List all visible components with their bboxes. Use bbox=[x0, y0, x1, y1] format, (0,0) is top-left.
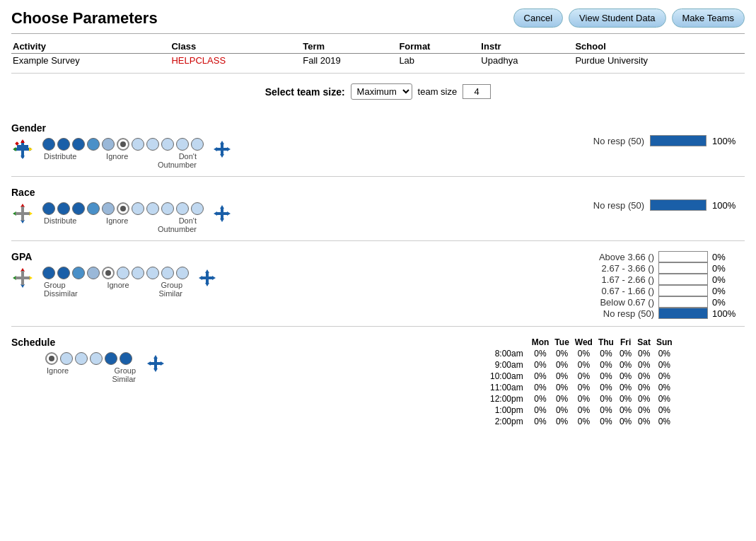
schedule-time-label: 12:00pm bbox=[490, 393, 529, 405]
schedule-radio-ignore[interactable] bbox=[45, 352, 58, 365]
race-circle-8[interactable] bbox=[161, 202, 174, 215]
race-circle-7[interactable] bbox=[146, 202, 159, 215]
race-stat-row: No resp (50) 100% bbox=[559, 199, 738, 211]
gender-label-distribute: Distribute bbox=[44, 152, 76, 169]
gender-circle-7[interactable] bbox=[146, 138, 159, 151]
view-student-data-button[interactable]: View Student Data bbox=[569, 8, 665, 28]
schedule-cell: 0% bbox=[552, 371, 571, 382]
schedule-cell: 0% bbox=[529, 416, 552, 427]
make-teams-button[interactable]: Make Teams bbox=[672, 8, 745, 28]
gpa-cross-icon[interactable] bbox=[11, 267, 34, 291]
race-cross-icon[interactable] bbox=[11, 202, 34, 227]
gender-circle-6[interactable] bbox=[132, 138, 144, 151]
gender-move-icon[interactable] bbox=[212, 139, 232, 161]
race-move-icon[interactable] bbox=[212, 204, 232, 226]
gpa-stat-167-266: 1.67 - 2.66 () 0% bbox=[569, 274, 738, 285]
gpa-circle-5[interactable] bbox=[117, 267, 129, 279]
header-divider bbox=[11, 33, 745, 34]
schedule-slider[interactable] bbox=[45, 352, 137, 365]
svg-marker-5 bbox=[21, 156, 25, 159]
race-circle-2[interactable] bbox=[57, 202, 70, 215]
schedule-cell: 0% bbox=[634, 416, 653, 427]
schedule-cell: 0% bbox=[653, 382, 675, 393]
team-size-text: team size bbox=[418, 86, 458, 97]
gender-circle-5[interactable] bbox=[102, 138, 115, 151]
col-header-class: Class bbox=[170, 40, 301, 54]
schedule-cell: 0% bbox=[634, 382, 653, 393]
gender-circle-3[interactable] bbox=[72, 138, 85, 151]
schedule-circle-2[interactable] bbox=[75, 352, 88, 365]
team-size-select[interactable]: Maximum Minimum Exact bbox=[351, 83, 412, 100]
gpa-circle-7[interactable] bbox=[146, 267, 159, 279]
schedule-move-icon[interactable] bbox=[146, 354, 165, 376]
schedule-circle-1[interactable] bbox=[60, 352, 73, 365]
gpa-circle-2[interactable] bbox=[57, 267, 70, 279]
schedule-cell: 0% bbox=[552, 382, 571, 393]
svg-marker-7 bbox=[29, 147, 33, 151]
svg-rect-43 bbox=[150, 362, 161, 365]
gender-slider[interactable] bbox=[42, 138, 204, 151]
gpa-bar-167-266 bbox=[658, 274, 708, 285]
race-circle-5[interactable] bbox=[102, 202, 115, 215]
gpa-circle-9[interactable] bbox=[176, 267, 189, 279]
race-circle-3[interactable] bbox=[72, 202, 85, 215]
schedule-cell: 0% bbox=[529, 348, 552, 359]
instr-cell: Upadhya bbox=[479, 54, 574, 68]
race-circle-10[interactable] bbox=[191, 202, 204, 215]
gpa-move-icon[interactable] bbox=[197, 268, 217, 290]
race-circle-9[interactable] bbox=[176, 202, 189, 215]
svg-rect-19 bbox=[16, 212, 30, 215]
race-radio-ignore[interactable] bbox=[117, 202, 129, 215]
schedule-th-sun: Sun bbox=[653, 337, 675, 348]
gpa-stat-above366: Above 3.66 () 0% bbox=[569, 251, 738, 262]
schedule-label-similar: GroupSimilar bbox=[112, 366, 136, 383]
svg-marker-1 bbox=[14, 148, 31, 151]
race-circle-6[interactable] bbox=[132, 202, 144, 215]
term-cell: Fall 2019 bbox=[301, 54, 397, 68]
race-stat-label: No resp (50) bbox=[559, 200, 644, 211]
gender-cross-icon[interactable] bbox=[11, 138, 34, 163]
gender-circle-1[interactable] bbox=[42, 138, 55, 151]
cancel-button[interactable]: Cancel bbox=[513, 8, 563, 28]
gpa-bar-above366 bbox=[658, 251, 708, 262]
gpa-bar-267-366 bbox=[658, 262, 708, 274]
schedule-time-label: 9:00am bbox=[490, 359, 529, 371]
gpa-circle-4[interactable] bbox=[87, 267, 100, 279]
schedule-th-thu: Thu bbox=[595, 337, 617, 348]
gender-circle-4[interactable] bbox=[87, 138, 100, 151]
race-label-ignore: Ignore bbox=[106, 216, 128, 233]
gpa-slider[interactable] bbox=[42, 267, 189, 279]
race-label-dontoutnumber: Don'tOutnumber bbox=[158, 216, 197, 233]
schedule-row: 11:00am0%0%0%0%0%0%0% bbox=[490, 382, 675, 393]
schedule-cell: 0% bbox=[634, 405, 653, 416]
gpa-circle-3[interactable] bbox=[72, 267, 85, 279]
parameter-section: Gender bbox=[11, 112, 745, 434]
schedule-th-blank bbox=[490, 337, 529, 348]
gender-circle-9[interactable] bbox=[176, 138, 189, 151]
team-size-input[interactable] bbox=[463, 84, 491, 99]
schedule-cell: 0% bbox=[617, 393, 634, 405]
schedule-cell: 0% bbox=[552, 416, 571, 427]
gender-circle-10[interactable] bbox=[191, 138, 204, 151]
gpa-label: GPA bbox=[11, 251, 533, 262]
gpa-circle-8[interactable] bbox=[161, 267, 174, 279]
gender-circle-2[interactable] bbox=[57, 138, 70, 151]
schedule-circle-5[interactable] bbox=[120, 352, 132, 365]
race-circle-4[interactable] bbox=[87, 202, 100, 215]
schedule-cell: 0% bbox=[595, 393, 617, 405]
gpa-radio-ignore[interactable] bbox=[102, 267, 115, 279]
race-circle-1[interactable] bbox=[42, 202, 55, 215]
schedule-circle-4[interactable] bbox=[105, 352, 117, 365]
gender-circle-8[interactable] bbox=[161, 138, 174, 151]
schedule-time-label: 8:00am bbox=[490, 348, 529, 359]
schedule-cell: 0% bbox=[595, 348, 617, 359]
schedule-circle-3[interactable] bbox=[90, 352, 103, 365]
col-header-instr: Instr bbox=[479, 40, 574, 54]
schedule-cell: 0% bbox=[572, 416, 595, 427]
schedule-row: 9:00am0%0%0%0%0%0%0% bbox=[490, 359, 675, 371]
gpa-circle-6[interactable] bbox=[132, 267, 144, 279]
race-slider[interactable] bbox=[42, 202, 204, 215]
gpa-circle-1[interactable] bbox=[42, 267, 55, 279]
svg-rect-25 bbox=[216, 212, 228, 215]
gender-radio-ignore[interactable] bbox=[117, 138, 129, 151]
